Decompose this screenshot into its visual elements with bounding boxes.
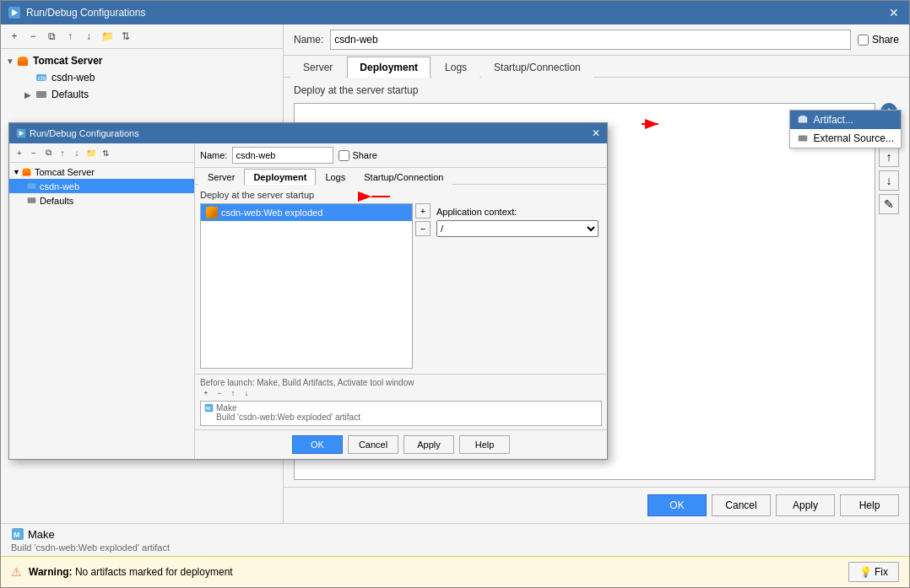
inner-build-remove-btn[interactable]: − [214,387,225,399]
app-context-label: Application context: [436,207,599,217]
move-down-button[interactable]: ↓ [80,28,97,45]
inner-copy-btn[interactable]: ⧉ [41,146,55,159]
popup-external-label: External Source... [814,132,894,144]
dialog-title: Run/Debug Configurations [26,7,145,19]
app-context-area: Application context: / [433,203,602,369]
deploy-header: Deploy at the server startup [294,84,899,96]
inner-folder-btn[interactable]: 📁 [84,146,98,159]
inner-right-header: Name: Share [195,143,607,168]
inner-deploy-header: Deploy at the server startup [200,190,602,200]
tab-deployment[interactable]: Deployment [347,57,431,78]
inner-share-label: Share [352,150,376,160]
inner-main: Deploy at the server startup csdn-web:We… [195,185,607,374]
make-label: Make [28,528,55,541]
sort-button[interactable]: ⇅ [117,28,134,45]
ok-button[interactable]: OK [647,494,707,516]
inner-tab-startup[interactable]: Startup/Connection [355,169,452,185]
inner-tree-defaults[interactable]: Defaults [9,193,194,208]
inner-remove-artifact-btn[interactable]: − [415,221,431,236]
inner-dialog-buttons: OK Cancel Apply Help [195,429,607,459]
add-button[interactable]: + [6,28,23,45]
inner-ok-btn[interactable]: OK [292,435,343,454]
tree-arrow: ▼ [6,57,16,66]
inner-build-up-btn[interactable]: ↑ [227,387,239,399]
move-up-button[interactable]: ↑ [62,28,79,45]
inner-artifact-item[interactable]: csdn-web:Web exploded [201,204,412,221]
popup-artifact-item[interactable]: Artifact... [790,111,901,129]
artifact-menu-icon [797,114,809,126]
svg-rect-6 [36,91,46,98]
inner-artifact-list: csdn-web:Web exploded [200,203,413,369]
warning-text: Warning: No artifacts marked for deploym… [29,566,233,578]
svg-text:cfg: cfg [38,75,46,82]
cancel-button[interactable]: Cancel [712,494,771,516]
inner-share-checkbox[interactable] [339,150,349,161]
tabs-area: Server Deployment Logs Startup/Connectio… [284,56,909,78]
inner-share-area: Share [339,150,376,161]
svg-rect-18 [799,116,805,118]
inner-help-btn[interactable]: Help [459,435,510,454]
share-checkbox[interactable] [858,35,869,46]
tab-server[interactable]: Server [290,57,345,78]
edit-artifact-button[interactable]: ✎ [879,194,899,214]
inner-tab-logs[interactable]: Logs [316,169,355,185]
tab-startup[interactable]: Startup/Connection [481,57,593,78]
inner-down-btn[interactable]: ↓ [70,146,84,159]
svg-point-12 [23,168,31,172]
inner-bottom-area: Before launch: Make, Build Artifacts, Ac… [195,374,607,429]
inner-close-button[interactable]: ✕ [592,127,600,139]
folder-button[interactable]: 📁 [99,28,116,45]
inner-tree-csdn-web[interactable]: csdn-web [9,179,194,193]
inner-name-label: Name: [200,150,227,160]
inner-tree-tomcat[interactable]: ▼ Tomcat Server [9,165,194,179]
copy-button[interactable]: ⧉ [43,28,60,45]
inner-up-btn[interactable]: ↑ [56,146,69,159]
deploy-side-buttons: + − ↑ ↓ ✎ [879,103,899,480]
csdn-web-label: csdn-web [51,72,95,84]
move-down-artifact-button[interactable]: ↓ [879,170,899,191]
inner-add-btn[interactable]: + [13,146,26,159]
fix-icon: 💡 [859,566,875,578]
inner-build-down-btn[interactable]: ↓ [241,387,252,399]
warning-message: No artifacts marked for deployment [75,566,233,578]
popup-artifact-label: Artifact... [814,114,853,126]
inner-add-artifact-btn[interactable]: + [415,203,431,218]
svg-point-3 [18,57,28,62]
inner-deploy-area: csdn-web:Web exploded + − Application co… [200,203,602,369]
inner-make-label: Make [216,403,236,413]
name-input[interactable] [330,30,851,50]
inner-content: + − ⧉ ↑ ↓ 📁 ⇅ ▼ Tomcat Server [9,143,607,459]
tab-logs[interactable]: Logs [432,57,479,78]
inner-remove-btn[interactable]: − [27,146,41,159]
warning-bold: Warning: [29,566,73,578]
inner-defaults-icon [26,195,37,206]
inner-sort-btn[interactable]: ⇅ [99,146,112,159]
close-button[interactable]: ✕ [886,6,902,19]
app-context-select[interactable]: / [436,220,599,237]
tree-item-tomcat[interactable]: ▼ Tomcat Server [1,52,283,69]
left-toolbar: + − ⧉ ↑ ↓ 📁 ⇅ [1,24,283,49]
svg-rect-14 [28,197,36,203]
inner-name-input[interactable] [232,147,333,164]
inner-defaults-label: Defaults [40,196,73,206]
make-area: M Make Build 'csdn-web:Web exploded' art… [1,523,909,556]
tree-item-defaults[interactable]: ▶ Defaults [1,86,283,103]
apply-button[interactable]: Apply [776,494,835,516]
remove-button[interactable]: − [24,28,41,45]
inner-build-add-btn[interactable]: + [200,387,212,399]
inner-tab-server[interactable]: Server [198,169,244,185]
inner-side-btns: + − [415,203,431,369]
tree-item-csdn-web[interactable]: cfg csdn-web [1,69,283,86]
fix-button[interactable]: 💡 Fix [848,562,899,582]
inner-dialog-title: Run/Debug Configurations [30,128,139,138]
inner-apply-btn[interactable]: Apply [404,435,454,454]
defaults-label: Defaults [51,89,89,100]
popup-external-item[interactable]: External Source... [790,129,901,148]
inner-tab-deployment[interactable]: Deployment [244,169,316,185]
inner-left-panel: + − ⧉ ↑ ↓ 📁 ⇅ ▼ Tomcat Server [9,143,195,459]
warning-bar: ⚠ Warning: No artifacts marked for deplo… [1,556,909,587]
svg-text:M: M [14,531,20,539]
move-up-artifact-button[interactable]: ↑ [879,147,899,167]
help-button[interactable]: Help [840,494,899,516]
inner-cancel-btn[interactable]: Cancel [348,435,398,454]
